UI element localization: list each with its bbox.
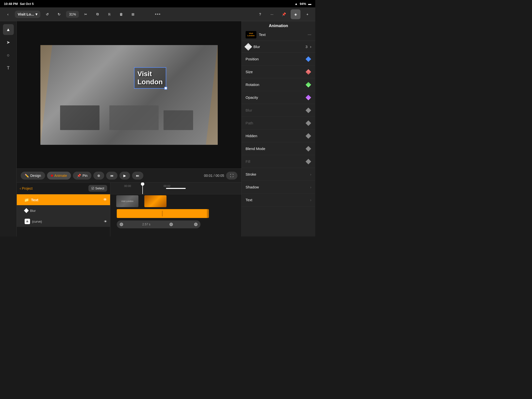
status-bar: 10:48 PM Sat Oct 5 ▲ 94% ▬ xyxy=(0,0,315,7)
blur-clip[interactable]: 2.57 s xyxy=(117,220,200,228)
property-row-position[interactable]: Position xyxy=(242,53,315,66)
text-clip[interactable] xyxy=(117,209,208,218)
timeline-project-header: ‹ Project ☑ Select xyxy=(17,183,110,194)
select-button[interactable]: ☑ Select xyxy=(88,185,107,192)
fast-forward-icon: ⏭ xyxy=(136,174,139,178)
timeline-blur-row[interactable]: Blur xyxy=(17,205,110,216)
undo-button[interactable]: ↺ xyxy=(42,9,52,19)
zoom-button[interactable]: 31% xyxy=(66,11,79,18)
entity-more-button[interactable]: ··· xyxy=(308,32,311,37)
zoom-label: 31% xyxy=(69,12,76,16)
right-panel: Animation Visit London Text ··· Blur 3 ›… xyxy=(241,21,315,236)
property-label-hidden: Hidden xyxy=(246,134,305,138)
play-button[interactable]: ▶ xyxy=(119,172,130,180)
property-row-size[interactable]: Size xyxy=(242,66,315,78)
bottom-controls: ✏️ Design Animate 📌 Pin ⊕ ⏮ xyxy=(17,168,241,182)
video-clip-1-label: Visit London xyxy=(121,200,133,202)
wifi-icon: ▲ xyxy=(295,2,298,6)
resize-handle[interactable] xyxy=(164,87,167,90)
animate-mode-button[interactable]: Animate xyxy=(47,172,71,180)
add-button[interactable]: + xyxy=(302,9,312,19)
move-button[interactable]: ⊕ xyxy=(93,172,104,180)
design-button[interactable]: ✏️ Design xyxy=(21,172,45,180)
blur-badge-label: Blur xyxy=(253,45,303,49)
property-row-opacity[interactable]: Opacity xyxy=(242,91,315,104)
more-button[interactable]: ··· xyxy=(267,9,277,19)
select-tool[interactable]: ▲ xyxy=(3,24,14,35)
status-left: 10:48 PM Sat Oct 5 xyxy=(4,2,34,6)
property-row-stroke[interactable]: Stroke › xyxy=(242,168,315,181)
property-row-blend-mode[interactable]: Blend Mode xyxy=(242,142,315,155)
blur-start-dot[interactable] xyxy=(120,223,123,226)
select-label: Select xyxy=(95,186,104,190)
blur-diamond-icon xyxy=(24,208,29,213)
status-day: Sat Oct 5 xyxy=(20,2,33,6)
pin-label: Pin xyxy=(83,174,87,178)
canvas-frame[interactable]: Visit London xyxy=(40,45,218,145)
property-row-blur[interactable]: Blur xyxy=(242,104,315,117)
blur-icon xyxy=(305,107,311,113)
project-title-button[interactable]: Visit Lo... ▾ xyxy=(15,11,40,18)
canvas-text-element[interactable]: Visit London xyxy=(134,67,166,89)
left-sidebar: ▲ ➤ ○ T xyxy=(0,21,17,236)
pin-button[interactable]: 📌 xyxy=(279,9,289,19)
panel-title: Animation xyxy=(269,24,288,28)
shadow-chevron-icon: › xyxy=(310,185,311,189)
video-clip-1[interactable]: Visit London xyxy=(116,195,138,207)
property-row-rotation[interactable]: Rotation xyxy=(242,78,315,91)
curve-layer-label: (curve) xyxy=(32,220,42,223)
n-curve-icon: n xyxy=(25,219,30,224)
property-row-shadow[interactable]: Shadow › xyxy=(242,181,315,194)
blur-end-dot2[interactable] xyxy=(194,223,198,226)
battery-icon: ▬ xyxy=(308,2,311,6)
video-clip-2-inner xyxy=(144,195,166,207)
timeline-area: ‹ Project ☑ Select ▾ 📁 Text 👁 xyxy=(17,182,241,236)
delete-button[interactable]: 🗑 xyxy=(116,9,126,19)
move-icon: ⊕ xyxy=(97,174,100,178)
blur-end-dot[interactable] xyxy=(169,223,173,226)
cut-button[interactable]: ✂ xyxy=(81,9,91,19)
property-row-fill[interactable]: Fill xyxy=(242,155,315,168)
clip-marker xyxy=(162,211,163,216)
panel-header: Animation Visit London Text ··· xyxy=(242,21,315,41)
shape-tool[interactable]: ○ xyxy=(3,50,14,61)
redo-button[interactable]: ↻ xyxy=(54,9,64,19)
timeline-curve-row[interactable]: n (curve) 👁 xyxy=(17,216,110,227)
back-button[interactable]: ‹ xyxy=(3,9,13,19)
playhead[interactable] xyxy=(142,183,143,194)
center-panel: Visit London ✏️ Design Animate 📌 xyxy=(17,21,241,236)
blur-layer-label: Blur xyxy=(30,209,36,213)
fullscreen-button[interactable]: ⛶ xyxy=(226,172,237,180)
position-icon xyxy=(305,56,311,62)
curve-visibility-button[interactable]: 👁 xyxy=(104,220,107,223)
size-icon xyxy=(305,69,311,75)
hidden-icon xyxy=(305,133,311,139)
timeline-text-row[interactable]: ▾ 📁 Text 👁 xyxy=(17,194,110,205)
project-chevron-icon: ‹ xyxy=(20,186,21,190)
properties-list: Position Size Rotation xyxy=(242,53,315,236)
copy-button[interactable]: ⧉ xyxy=(93,9,102,19)
property-row-hidden[interactable]: Hidden xyxy=(242,130,315,142)
animate-button[interactable]: ◈ xyxy=(291,9,300,19)
rewind-button[interactable]: ⏮ xyxy=(106,172,117,180)
text-tool[interactable]: T xyxy=(3,63,14,73)
arrow-tool[interactable]: ➤ xyxy=(3,37,14,48)
project-back-button[interactable]: ‹ Project xyxy=(20,186,33,190)
paste-button[interactable]: ⎘ xyxy=(104,9,114,19)
property-row-path[interactable]: Path xyxy=(242,117,315,130)
rewind-icon: ⏮ xyxy=(110,174,114,178)
pin-mode-button[interactable]: 📌 Pin xyxy=(73,172,91,180)
property-row-text[interactable]: Text › xyxy=(242,194,315,206)
clip-handle-right[interactable] xyxy=(207,209,209,218)
opacity-icon xyxy=(305,95,311,100)
help-button[interactable]: ? xyxy=(255,9,265,19)
property-label-size: Size xyxy=(246,70,305,74)
visibility-button[interactable]: 👁 xyxy=(103,198,107,202)
fast-forward-button[interactable]: ⏭ xyxy=(132,172,143,180)
canvas-wrapper[interactable]: Visit London xyxy=(17,21,241,168)
video-clip-2[interactable] xyxy=(144,195,166,207)
blur-badge-row[interactable]: Blur 3 › xyxy=(242,41,315,53)
animate-dot xyxy=(51,175,53,177)
scroll-indicator xyxy=(166,188,186,189)
duplicate-button[interactable]: ⊞ xyxy=(128,9,138,19)
